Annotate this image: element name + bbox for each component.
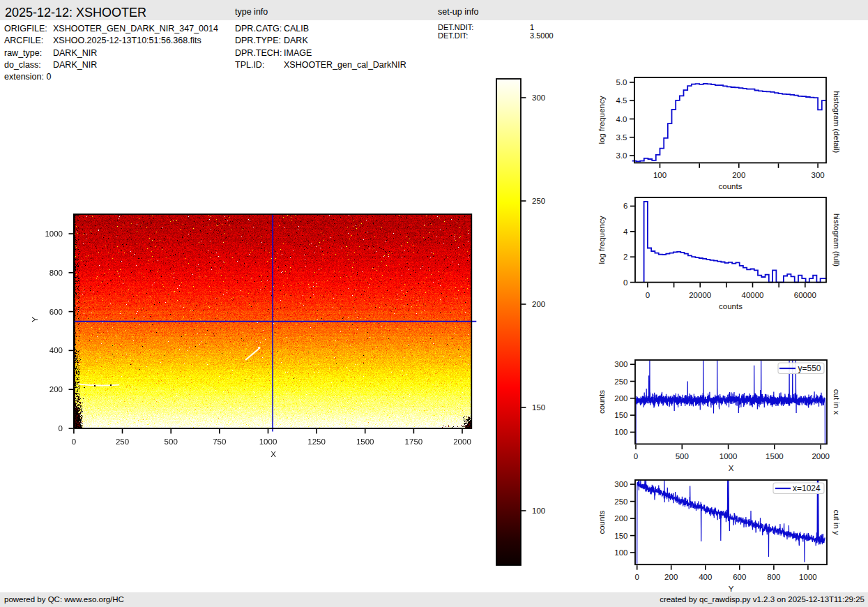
svg-text:60000: 60000	[794, 291, 816, 299]
svg-text:1500: 1500	[356, 437, 374, 446]
svg-text:500: 500	[676, 452, 689, 460]
svg-text:200: 200	[732, 171, 745, 179]
svg-text:100: 100	[614, 548, 627, 557]
svg-text:histogram (detail): histogram (detail)	[832, 91, 841, 153]
svg-text:2000: 2000	[453, 437, 471, 446]
svg-text:1250: 1250	[307, 437, 326, 446]
svg-text:2000: 2000	[812, 452, 830, 460]
svg-text:600: 600	[733, 573, 746, 581]
svg-text:Y: Y	[31, 317, 39, 322]
svg-text:150: 150	[614, 532, 627, 540]
svg-text:250: 250	[116, 437, 129, 446]
svg-text:counts: counts	[597, 390, 606, 414]
svg-text:1750: 1750	[405, 437, 423, 446]
svg-text:Y: Y	[729, 585, 734, 593]
svg-text:5.0: 5.0	[616, 78, 627, 87]
svg-text:1500: 1500	[766, 452, 784, 460]
svg-text:40000: 40000	[742, 291, 764, 299]
svg-text:3.0: 3.0	[616, 151, 627, 160]
svg-text:cut in y: cut in y	[832, 509, 841, 535]
svg-text:1000: 1000	[45, 230, 63, 238]
svg-text:x=1024: x=1024	[793, 484, 821, 493]
svg-text:250: 250	[614, 377, 627, 386]
svg-text:6: 6	[623, 202, 627, 210]
svg-text:log frequency: log frequency	[597, 96, 606, 144]
svg-text:250: 250	[532, 197, 545, 205]
svg-text:200: 200	[664, 573, 678, 581]
svg-text:0: 0	[72, 437, 76, 446]
svg-text:750: 750	[213, 437, 226, 446]
svg-text:0: 0	[646, 291, 650, 299]
svg-text:150: 150	[532, 403, 545, 412]
svg-text:250: 250	[614, 497, 627, 506]
svg-text:log frequency: log frequency	[597, 216, 606, 264]
svg-text:cut in x: cut in x	[832, 389, 841, 415]
svg-text:400: 400	[50, 346, 63, 354]
svg-text:300: 300	[532, 93, 545, 102]
svg-text:200: 200	[614, 394, 627, 403]
svg-text:800: 800	[767, 573, 780, 581]
svg-text:2: 2	[623, 253, 627, 261]
svg-text:200: 200	[50, 385, 63, 394]
svg-text:1000: 1000	[259, 437, 277, 446]
svg-text:600: 600	[50, 308, 63, 316]
svg-text:100: 100	[653, 171, 667, 179]
svg-text:500: 500	[165, 437, 178, 446]
svg-text:X: X	[271, 450, 276, 458]
svg-text:300: 300	[614, 360, 627, 368]
svg-text:150: 150	[614, 411, 627, 419]
svg-text:4.0: 4.0	[616, 115, 627, 123]
svg-text:counts: counts	[719, 182, 743, 190]
svg-text:0: 0	[623, 278, 627, 287]
svg-text:histogram (full): histogram (full)	[832, 213, 841, 267]
svg-text:y=550: y=550	[798, 364, 821, 373]
svg-text:100: 100	[614, 428, 627, 436]
svg-text:4.5: 4.5	[616, 96, 627, 105]
svg-text:counts: counts	[719, 302, 743, 310]
svg-text:100: 100	[532, 507, 545, 515]
svg-text:1000: 1000	[719, 452, 738, 460]
svg-text:300: 300	[614, 480, 627, 488]
svg-text:3.5: 3.5	[616, 133, 627, 142]
svg-text:counts: counts	[597, 510, 606, 534]
svg-text:X: X	[729, 464, 734, 472]
svg-text:0: 0	[634, 452, 638, 460]
svg-text:200: 200	[614, 514, 627, 523]
svg-text:200: 200	[532, 300, 545, 308]
svg-text:1000: 1000	[799, 573, 817, 581]
svg-text:0: 0	[59, 424, 63, 433]
svg-text:300: 300	[812, 171, 825, 179]
svg-text:400: 400	[699, 573, 712, 581]
svg-text:4: 4	[623, 227, 628, 236]
svg-text:20000: 20000	[689, 291, 711, 299]
svg-text:800: 800	[50, 269, 63, 277]
svg-text:0: 0	[634, 573, 639, 581]
